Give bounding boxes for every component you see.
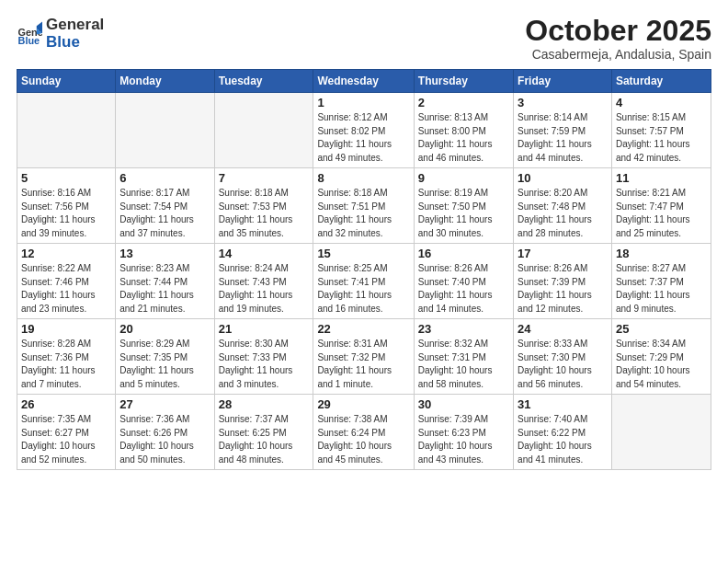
calendar-header: SundayMondayTuesdayWednesdayThursdayFrid… [17,70,711,93]
day-number: 22 [317,322,409,336]
day-cell: 19Sunrise: 8:28 AM Sunset: 7:36 PM Dayli… [17,319,116,395]
logo-general: General [46,17,104,34]
day-number: 25 [616,322,707,336]
day-number: 28 [219,397,310,411]
header-thursday: Thursday [414,70,513,93]
day-cell: 23Sunrise: 8:32 AM Sunset: 7:31 PM Dayli… [414,319,513,395]
day-number: 20 [119,322,210,336]
day-info: Sunrise: 8:24 AM Sunset: 7:43 PM Dayligh… [219,262,310,316]
day-number: 13 [119,247,210,260]
day-cell: 30Sunrise: 7:39 AM Sunset: 6:23 PM Dayli… [414,395,513,470]
week-row-3: 19Sunrise: 8:28 AM Sunset: 7:36 PM Dayli… [17,319,711,395]
day-info: Sunrise: 7:36 AM Sunset: 6:26 PM Dayligh… [119,413,210,466]
day-number: 29 [317,397,409,411]
week-row-1: 5Sunrise: 8:16 AM Sunset: 7:56 PM Daylig… [17,168,711,244]
week-row-4: 26Sunrise: 7:35 AM Sunset: 6:27 PM Dayli… [17,395,711,470]
day-info: Sunrise: 8:28 AM Sunset: 7:36 PM Dayligh… [21,338,111,391]
day-cell [116,93,214,168]
day-cell: 16Sunrise: 8:26 AM Sunset: 7:40 PM Dayli… [414,244,513,319]
day-cell: 26Sunrise: 7:35 AM Sunset: 6:27 PM Dayli… [17,395,116,470]
header: General Blue General Blue October 2025 C… [17,15,711,62]
day-info: Sunrise: 8:15 AM Sunset: 7:57 PM Dayligh… [616,111,707,165]
day-cell: 20Sunrise: 8:29 AM Sunset: 7:35 PM Dayli… [116,319,214,395]
day-info: Sunrise: 8:30 AM Sunset: 7:33 PM Dayligh… [219,338,310,391]
header-row: SundayMondayTuesdayWednesdayThursdayFrid… [17,70,711,93]
title-block: October 2025 Casabermeja, Andalusia, Spa… [525,15,711,62]
day-cell: 4Sunrise: 8:15 AM Sunset: 7:57 PM Daylig… [611,93,711,168]
day-info: Sunrise: 8:33 AM Sunset: 7:30 PM Dayligh… [518,338,608,391]
day-cell: 27Sunrise: 7:36 AM Sunset: 6:26 PM Dayli… [116,395,214,470]
day-cell [214,93,313,168]
header-monday: Monday [116,70,214,93]
day-number: 15 [317,247,409,260]
header-wednesday: Wednesday [313,70,414,93]
day-info: Sunrise: 8:20 AM Sunset: 7:48 PM Dayligh… [518,187,608,240]
day-cell: 28Sunrise: 7:37 AM Sunset: 6:25 PM Dayli… [214,395,313,470]
day-cell: 22Sunrise: 8:31 AM Sunset: 7:32 PM Dayli… [313,319,414,395]
day-info: Sunrise: 8:27 AM Sunset: 7:37 PM Dayligh… [616,262,707,316]
day-number: 16 [418,247,509,260]
main-title: October 2025 [525,15,711,47]
header-sunday: Sunday [17,70,116,93]
day-number: 27 [119,397,210,411]
day-cell: 31Sunrise: 7:40 AM Sunset: 6:22 PM Dayli… [514,395,612,470]
day-info: Sunrise: 7:39 AM Sunset: 6:23 PM Dayligh… [418,413,509,466]
day-info: Sunrise: 7:37 AM Sunset: 6:25 PM Dayligh… [219,413,310,466]
day-number: 14 [219,247,310,260]
day-info: Sunrise: 8:18 AM Sunset: 7:51 PM Dayligh… [317,187,409,240]
day-info: Sunrise: 8:22 AM Sunset: 7:46 PM Dayligh… [21,262,111,316]
day-cell: 21Sunrise: 8:30 AM Sunset: 7:33 PM Dayli… [214,319,313,395]
header-tuesday: Tuesday [214,70,313,93]
day-number: 12 [21,247,111,260]
day-number: 1 [317,96,409,109]
day-number: 4 [616,96,707,109]
logo-text-block: General Blue [46,15,104,51]
day-info: Sunrise: 7:40 AM Sunset: 6:22 PM Dayligh… [518,413,608,466]
day-cell: 5Sunrise: 8:16 AM Sunset: 7:56 PM Daylig… [17,168,116,244]
day-info: Sunrise: 8:32 AM Sunset: 7:31 PM Dayligh… [418,338,509,391]
day-number: 17 [518,247,608,260]
day-number: 6 [119,171,210,185]
day-info: Sunrise: 8:26 AM Sunset: 7:40 PM Dayligh… [418,262,509,316]
day-info: Sunrise: 8:13 AM Sunset: 8:00 PM Dayligh… [418,111,509,165]
header-saturday: Saturday [611,70,711,93]
subtitle: Casabermeja, Andalusia, Spain [525,47,711,62]
day-info: Sunrise: 8:31 AM Sunset: 7:32 PM Dayligh… [317,338,409,391]
calendar-table: SundayMondayTuesdayWednesdayThursdayFrid… [17,69,711,470]
day-number: 18 [616,247,707,260]
day-number: 7 [219,171,310,185]
day-number: 5 [21,171,111,185]
day-number: 24 [518,322,608,336]
calendar-body: 1Sunrise: 8:12 AM Sunset: 8:02 PM Daylig… [17,93,711,470]
day-info: Sunrise: 8:18 AM Sunset: 7:53 PM Dayligh… [219,187,310,240]
day-info: Sunrise: 8:29 AM Sunset: 7:35 PM Dayligh… [119,338,210,391]
day-info: Sunrise: 8:16 AM Sunset: 7:56 PM Dayligh… [21,187,111,240]
day-cell: 2Sunrise: 8:13 AM Sunset: 8:00 PM Daylig… [414,93,513,168]
day-cell: 24Sunrise: 8:33 AM Sunset: 7:30 PM Dayli… [514,319,612,395]
day-cell: 10Sunrise: 8:20 AM Sunset: 7:48 PM Dayli… [514,168,612,244]
day-info: Sunrise: 8:34 AM Sunset: 7:29 PM Dayligh… [616,338,707,391]
day-cell: 17Sunrise: 8:26 AM Sunset: 7:39 PM Dayli… [514,244,612,319]
day-number: 8 [317,171,409,185]
day-info: Sunrise: 8:14 AM Sunset: 7:59 PM Dayligh… [518,111,608,165]
day-number: 21 [219,322,310,336]
day-cell: 11Sunrise: 8:21 AM Sunset: 7:47 PM Dayli… [611,168,711,244]
day-number: 26 [21,397,111,411]
day-info: Sunrise: 8:19 AM Sunset: 7:50 PM Dayligh… [418,187,509,240]
page: General Blue General Blue October 2025 C… [0,0,728,563]
day-number: 23 [418,322,509,336]
header-friday: Friday [514,70,612,93]
day-cell: 18Sunrise: 8:27 AM Sunset: 7:37 PM Dayli… [611,244,711,319]
svg-text:Blue: Blue [18,35,40,46]
day-cell: 14Sunrise: 8:24 AM Sunset: 7:43 PM Dayli… [214,244,313,319]
day-number: 3 [518,96,608,109]
week-row-2: 12Sunrise: 8:22 AM Sunset: 7:46 PM Dayli… [17,244,711,319]
logo-blue: Blue [46,34,104,52]
logo-icon: General Blue [17,20,42,46]
day-info: Sunrise: 8:12 AM Sunset: 8:02 PM Dayligh… [317,111,409,165]
day-cell: 8Sunrise: 8:18 AM Sunset: 7:51 PM Daylig… [313,168,414,244]
day-info: Sunrise: 7:38 AM Sunset: 6:24 PM Dayligh… [317,413,409,466]
day-number: 10 [518,171,608,185]
day-info: Sunrise: 8:23 AM Sunset: 7:44 PM Dayligh… [119,262,210,316]
day-cell: 15Sunrise: 8:25 AM Sunset: 7:41 PM Dayli… [313,244,414,319]
